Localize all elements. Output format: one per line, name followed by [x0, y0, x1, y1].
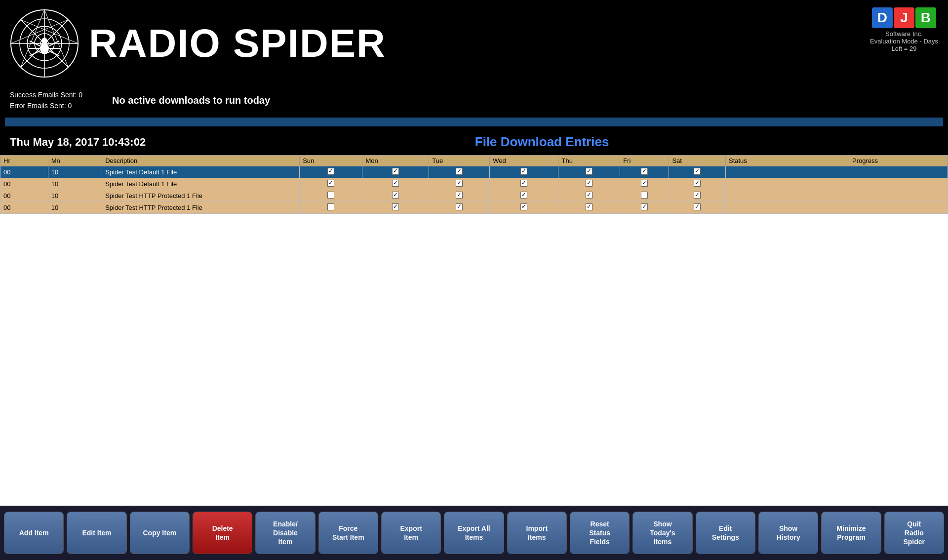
cell-fri[interactable] — [620, 201, 669, 213]
wed-checkbox[interactable] — [520, 192, 527, 199]
svg-line-9 — [44, 10, 68, 67]
cell-mon[interactable] — [362, 166, 429, 178]
cell-mon[interactable] — [362, 190, 429, 201]
col-mn: Mn — [48, 155, 102, 166]
cell-tue[interactable] — [429, 178, 490, 190]
cell-tue[interactable] — [429, 166, 490, 178]
cell-sun[interactable] — [300, 190, 362, 201]
enable-disable-button[interactable]: Enable/ Disable Item — [255, 512, 315, 554]
export-all-button[interactable]: Export All Items — [444, 512, 504, 554]
export-item-button[interactable]: Export Item — [381, 512, 441, 554]
table-row[interactable]: 00 10 Spider Test HTTP Protected 1 File — [0, 190, 948, 201]
cell-thu[interactable] — [558, 178, 620, 190]
tue-checkbox[interactable] — [456, 168, 463, 175]
show-todays-button[interactable]: Show Today's Items — [632, 512, 692, 554]
add-item-button[interactable]: Add Item — [4, 512, 64, 554]
cell-mn: 10 — [48, 166, 102, 178]
table-header-row: Hr Mn Description Sun Mon Tue Wed Thu Fr… — [0, 155, 948, 166]
email-status: Success Emails Sent: 0 Error Emails Sent… — [10, 89, 82, 112]
wed-checkbox[interactable] — [520, 168, 527, 175]
cell-sun[interactable] — [300, 178, 362, 190]
spider-logo-icon — [10, 9, 79, 78]
table-row[interactable]: 00 10 Spider Test Default 1 File — [0, 178, 948, 190]
quit-button[interactable]: Quit Radio Spider — [884, 512, 944, 554]
cell-wed[interactable] — [490, 201, 558, 213]
delete-item-button[interactable]: Delete Item — [193, 512, 252, 554]
cell-mn: 10 — [48, 201, 102, 213]
svg-line-20 — [49, 51, 59, 56]
cell-tue[interactable] — [429, 190, 490, 201]
djb-j-letter: J — [894, 7, 914, 28]
sat-checkbox[interactable] — [694, 168, 701, 175]
cell-wed[interactable] — [490, 166, 558, 178]
error-emails: Error Emails Sent: 0 — [10, 100, 82, 111]
djb-badge: D J B Software Inc. Evaluation Mode - Da… — [870, 7, 938, 52]
cell-hr: 00 — [0, 166, 48, 178]
sun-checkbox[interactable] — [327, 192, 334, 199]
djb-eval: Evaluation Mode - Days — [870, 38, 938, 45]
copy-item-button[interactable]: Copy Item — [130, 512, 190, 554]
cell-wed[interactable] — [490, 178, 558, 190]
col-fri: Fri — [620, 155, 669, 166]
table-container[interactable]: Hr Mn Description Sun Mon Tue Wed Thu Fr… — [0, 155, 948, 506]
mon-checkbox[interactable] — [392, 203, 399, 210]
djb-b-letter: B — [915, 7, 936, 28]
sat-checkbox[interactable] — [694, 180, 701, 187]
force-start-button[interactable]: Force Start Item — [318, 512, 378, 554]
edit-settings-button[interactable]: Edit Settings — [696, 512, 755, 554]
mon-checkbox[interactable] — [392, 168, 399, 175]
sat-checkbox[interactable] — [694, 192, 701, 199]
cell-thu[interactable] — [558, 201, 620, 213]
cell-mn: 10 — [48, 190, 102, 201]
col-status: Status — [726, 155, 849, 166]
tue-checkbox[interactable] — [456, 180, 463, 187]
thu-checkbox[interactable] — [586, 168, 592, 175]
sat-checkbox[interactable] — [694, 203, 701, 210]
cell-wed[interactable] — [490, 190, 558, 201]
svg-line-11 — [11, 20, 68, 43]
cell-sun[interactable] — [300, 201, 362, 213]
cell-hr: 00 — [0, 201, 48, 213]
cell-tue[interactable] — [429, 201, 490, 213]
wed-checkbox[interactable] — [520, 180, 527, 187]
fri-checkbox[interactable] — [641, 203, 648, 210]
thu-checkbox[interactable] — [586, 192, 592, 199]
mon-checkbox[interactable] — [392, 180, 399, 187]
fri-checkbox[interactable] — [641, 180, 648, 187]
thu-checkbox[interactable] — [586, 203, 592, 210]
mon-checkbox[interactable] — [392, 192, 399, 199]
cell-sat[interactable] — [669, 201, 726, 213]
table-title: File Download Entries — [146, 134, 938, 150]
col-sun: Sun — [300, 155, 362, 166]
cell-sat[interactable] — [669, 178, 726, 190]
cell-fri[interactable] — [620, 190, 669, 201]
tue-checkbox[interactable] — [456, 203, 463, 210]
sun-checkbox[interactable] — [327, 168, 334, 175]
fri-checkbox[interactable] — [641, 168, 648, 175]
cell-sun[interactable] — [300, 166, 362, 178]
cell-thu[interactable] — [558, 166, 620, 178]
cell-mon[interactable] — [362, 201, 429, 213]
fri-checkbox[interactable] — [641, 192, 648, 199]
import-items-button[interactable]: Import Items — [507, 512, 567, 554]
cell-mon[interactable] — [362, 178, 429, 190]
edit-item-button[interactable]: Edit Item — [67, 512, 126, 554]
cell-fri[interactable] — [620, 166, 669, 178]
minimize-button[interactable]: Minimize Program — [821, 512, 881, 554]
col-wed: Wed — [490, 155, 558, 166]
wed-checkbox[interactable] — [520, 203, 527, 210]
col-description: Description — [102, 155, 300, 166]
sun-checkbox[interactable] — [327, 203, 334, 210]
cell-thu[interactable] — [558, 190, 620, 201]
reset-status-button[interactable]: Reset Status Fields — [570, 512, 630, 554]
djb-days: Left = 29 — [870, 45, 938, 52]
cell-sat[interactable] — [669, 190, 726, 201]
cell-fri[interactable] — [620, 178, 669, 190]
tue-checkbox[interactable] — [456, 192, 463, 199]
table-row[interactable]: 00 10 Spider Test Default 1 File — [0, 166, 948, 178]
table-row[interactable]: 00 10 Spider Test HTTP Protected 1 File — [0, 201, 948, 213]
cell-sat[interactable] — [669, 166, 726, 178]
thu-checkbox[interactable] — [586, 180, 592, 187]
sun-checkbox[interactable] — [327, 180, 334, 187]
show-history-button[interactable]: Show History — [758, 512, 818, 554]
